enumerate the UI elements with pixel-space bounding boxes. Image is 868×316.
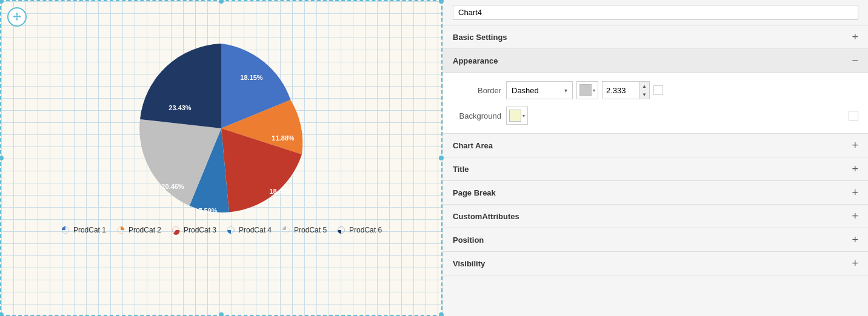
svg-text:18.48%: 18.48% xyxy=(269,188,292,195)
border-width-spinners: ▲ ▼ xyxy=(639,82,649,99)
pie-chart: 18.15% 11.88% 18.48% 7.59% 20.46% 23.43% xyxy=(136,44,306,213)
title-section-toggle: + xyxy=(852,163,858,174)
border-width-spin-up[interactable]: ▲ xyxy=(639,82,649,90)
background-label: Background xyxy=(453,111,501,120)
handle-left-center[interactable] xyxy=(0,156,4,160)
visibility-toggle: + xyxy=(852,258,858,269)
page-break-toggle: + xyxy=(852,187,858,198)
page-break-label: Page Break xyxy=(453,188,496,197)
svg-text:23.43%: 23.43% xyxy=(169,104,192,111)
chart-name-input[interactable] xyxy=(453,5,858,20)
border-controls: Dashed ▾ ▾ ▲ ▼ xyxy=(506,81,858,99)
svg-text:20.46%: 20.46% xyxy=(161,183,184,190)
move-handle[interactable] xyxy=(7,7,27,27)
legend-label-6: ProdCat 6 xyxy=(349,226,382,234)
chart-legend: ProdCat 1 ProdCat 2 ProdCat 3 xyxy=(19,225,423,235)
background-color-swatch[interactable]: ▾ xyxy=(506,107,528,125)
title-section-label: Title xyxy=(453,165,469,174)
svg-text:11.88%: 11.88% xyxy=(272,134,295,142)
handle-right-center[interactable] xyxy=(439,156,444,160)
handle-bottom-left[interactable] xyxy=(0,312,4,316)
border-width-input[interactable] xyxy=(603,82,639,99)
legend-item-4: ProdCat 4 xyxy=(226,225,272,235)
handle-top-center[interactable] xyxy=(219,0,224,4)
border-color-box xyxy=(579,84,592,96)
legend-item-2: ProdCat 2 xyxy=(116,225,161,235)
appearance-content: Border Dashed ▾ ▾ ▲ ▼ xyxy=(443,73,868,134)
chart-area-label: Chart Area xyxy=(453,141,493,150)
background-color-chevron: ▾ xyxy=(522,113,525,119)
position-header[interactable]: Position + xyxy=(443,228,868,252)
appearance-label: Appearance xyxy=(453,56,498,65)
border-width-input-group: ▲ ▼ xyxy=(602,81,650,99)
page-break-header[interactable]: Page Break + xyxy=(443,181,868,205)
chart-content: 18.15% 11.88% 18.48% 7.59% 20.46% 23.43% xyxy=(19,31,423,297)
legend-label-5: ProdCat 5 xyxy=(294,226,327,234)
handle-bottom-right[interactable] xyxy=(439,312,444,316)
position-label: Position xyxy=(453,235,484,245)
background-checkbox[interactable] xyxy=(849,111,858,120)
appearance-header[interactable]: Appearance − xyxy=(443,49,868,73)
settings-panel: Basic Settings + Appearance − Border Das… xyxy=(442,0,868,316)
custom-attrs-header[interactable]: CustomAttributes + xyxy=(443,205,868,228)
legend-item-1: ProdCat 1 xyxy=(61,225,106,235)
border-label: Border xyxy=(453,86,501,95)
background-row: Background ▾ xyxy=(453,107,858,125)
chart-name-row xyxy=(443,0,868,25)
legend-item-6: ProdCat 6 xyxy=(336,225,382,235)
handle-bottom-center[interactable] xyxy=(219,312,224,316)
border-style-dropdown[interactable]: Dashed ▾ xyxy=(506,81,573,99)
border-color-chevron: ▾ xyxy=(593,88,595,93)
svg-text:18.15%: 18.15% xyxy=(240,74,263,81)
border-style-value: Dashed xyxy=(512,86,539,95)
title-section-header[interactable]: Title + xyxy=(443,157,868,181)
chart-area-toggle: + xyxy=(852,140,858,151)
chart-area-header[interactable]: Chart Area + xyxy=(443,134,868,157)
legend-item-3: ProdCat 3 xyxy=(171,225,216,235)
legend-label-3: ProdCat 3 xyxy=(184,226,216,234)
appearance-toggle: − xyxy=(852,55,858,66)
basic-settings-header[interactable]: Basic Settings + xyxy=(443,25,868,49)
border-color-swatch[interactable]: ▾ xyxy=(576,81,598,99)
visibility-label: Visibility xyxy=(453,259,485,268)
basic-settings-toggle: + xyxy=(852,31,858,42)
legend-label-2: ProdCat 2 xyxy=(129,226,161,234)
legend-item-5: ProdCat 5 xyxy=(281,225,327,235)
legend-label-4: ProdCat 4 xyxy=(239,226,272,234)
handle-top-left[interactable] xyxy=(0,0,4,4)
legend-label-1: ProdCat 1 xyxy=(73,226,106,234)
svg-text:7.59%: 7.59% xyxy=(198,207,217,213)
border-row: Border Dashed ▾ ▾ ▲ ▼ xyxy=(453,81,858,99)
position-toggle: + xyxy=(852,234,858,245)
border-checkbox[interactable] xyxy=(653,85,663,95)
background-controls: ▾ xyxy=(506,107,858,125)
basic-settings-label: Basic Settings xyxy=(453,33,507,42)
custom-attrs-label: CustomAttributes xyxy=(453,212,519,221)
background-color-box xyxy=(509,110,521,122)
border-style-chevron: ▾ xyxy=(564,87,567,94)
chart-canvas: 18.15% 11.88% 18.48% 7.59% 20.46% 23.43% xyxy=(0,0,442,316)
border-width-spin-down[interactable]: ▼ xyxy=(639,90,649,99)
custom-attrs-toggle: + xyxy=(852,211,858,222)
visibility-header[interactable]: Visibility + xyxy=(443,252,868,275)
